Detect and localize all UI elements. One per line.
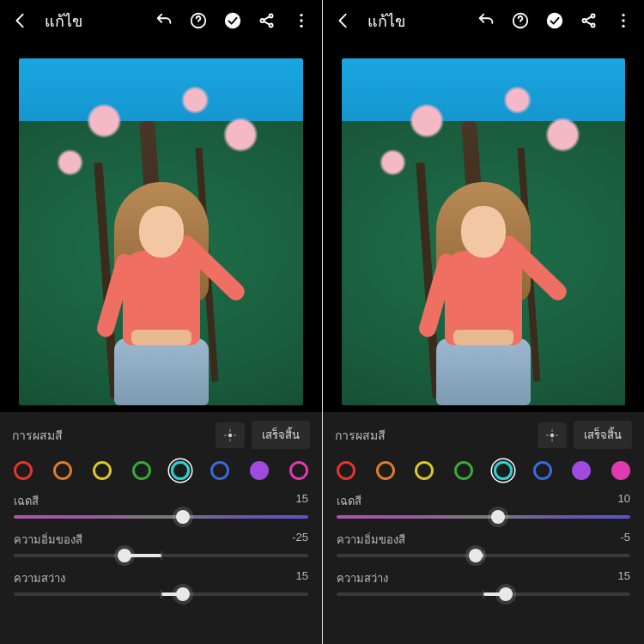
hue-value: 15 bbox=[296, 492, 308, 510]
svg-point-8 bbox=[300, 25, 302, 27]
color-swatch[interactable] bbox=[53, 461, 72, 480]
color-swatch[interactable] bbox=[210, 461, 229, 480]
sat-slider: ความอิ่มของสี -25 bbox=[14, 531, 308, 557]
sat-track[interactable] bbox=[14, 554, 308, 557]
editor-screen-left: แก้ไข การผสมสี เสร็จสิ้น เฉดสี 15 bbox=[0, 0, 322, 644]
panel-title: การผสมสี bbox=[335, 426, 531, 445]
apply-check-icon[interactable] bbox=[539, 5, 570, 36]
color-swatch[interactable] bbox=[494, 461, 513, 480]
more-icon[interactable] bbox=[286, 5, 317, 36]
help-icon[interactable] bbox=[183, 5, 214, 36]
svg-point-16 bbox=[622, 14, 624, 16]
back-icon[interactable] bbox=[328, 5, 359, 36]
color-swatch[interactable] bbox=[132, 461, 151, 480]
color-swatch[interactable] bbox=[533, 461, 552, 480]
lum-track[interactable] bbox=[337, 592, 630, 596]
lum-slider: ความสว่าง 15 bbox=[14, 569, 308, 596]
targeted-adjust-button[interactable] bbox=[216, 422, 245, 448]
done-button[interactable]: เสร็จสิ้น bbox=[252, 421, 310, 449]
back-icon[interactable] bbox=[5, 5, 36, 36]
apply-check-icon[interactable] bbox=[217, 5, 248, 36]
chevron-down-icon bbox=[84, 14, 98, 27]
more-icon[interactable] bbox=[608, 5, 639, 36]
hue-track[interactable] bbox=[14, 515, 308, 519]
color-swatch[interactable] bbox=[289, 461, 308, 480]
panel-title: การผสมสี bbox=[12, 426, 209, 445]
screen-title-dropdown[interactable]: แก้ไข bbox=[45, 9, 98, 33]
screen-title: แก้ไข bbox=[45, 9, 82, 33]
lum-track[interactable] bbox=[14, 592, 308, 596]
photo-canvas[interactable] bbox=[0, 41, 322, 412]
color-swatch[interactable] bbox=[250, 461, 269, 480]
color-swatch[interactable] bbox=[337, 461, 355, 480]
color-swatch[interactable] bbox=[14, 461, 33, 480]
lum-slider: ความสว่าง 15 bbox=[337, 569, 630, 596]
undo-icon[interactable] bbox=[471, 5, 501, 36]
color-swatch[interactable] bbox=[572, 461, 591, 480]
hue-slider: เฉดสี 10 bbox=[337, 492, 630, 519]
svg-point-1 bbox=[198, 24, 199, 25]
svg-point-12 bbox=[547, 13, 562, 28]
screen-title: แก้ไข bbox=[368, 9, 405, 33]
lum-thumb[interactable] bbox=[176, 587, 190, 601]
chevron-down-icon bbox=[407, 14, 421, 27]
sat-label: ความอิ่มของสี bbox=[14, 531, 82, 549]
color-mix-panel: การผสมสี เสร็จสิ้น เฉดสี 10 ความอิ่มของส… bbox=[323, 412, 644, 644]
photo-canvas[interactable] bbox=[323, 41, 644, 412]
svg-point-9 bbox=[228, 433, 233, 437]
hue-track[interactable] bbox=[337, 515, 630, 519]
sat-track[interactable] bbox=[337, 554, 630, 557]
svg-point-18 bbox=[622, 25, 624, 27]
share-icon[interactable] bbox=[574, 5, 605, 36]
edited-photo bbox=[342, 58, 625, 405]
color-swatch[interactable] bbox=[415, 461, 434, 480]
done-button[interactable]: เสร็จสิ้น bbox=[574, 421, 632, 449]
share-icon[interactable] bbox=[252, 5, 283, 36]
svg-point-2 bbox=[225, 13, 240, 28]
sat-thumb[interactable] bbox=[118, 549, 131, 562]
editor-screen-right: แก้ไข การผสมสี เสร็จสิ้น เฉดสี 10 bbox=[322, 0, 644, 644]
sat-value: -25 bbox=[292, 531, 308, 549]
hue-slider: เฉดสี 15 bbox=[14, 492, 308, 519]
sat-thumb[interactable] bbox=[469, 549, 483, 562]
hue-value: 10 bbox=[618, 492, 630, 510]
screen-title-dropdown[interactable]: แก้ไข bbox=[368, 9, 421, 33]
svg-point-19 bbox=[550, 433, 555, 437]
color-swatch-row bbox=[0, 456, 322, 489]
lum-value: 15 bbox=[296, 569, 308, 587]
undo-icon[interactable] bbox=[149, 5, 179, 36]
color-swatch[interactable] bbox=[454, 461, 473, 480]
hue-label: เฉดสี bbox=[14, 492, 39, 510]
color-swatch-row bbox=[323, 456, 644, 489]
svg-point-6 bbox=[300, 14, 302, 16]
color-swatch[interactable] bbox=[611, 461, 630, 480]
sat-value: -5 bbox=[620, 531, 630, 549]
hue-thumb[interactable] bbox=[176, 510, 190, 524]
svg-point-17 bbox=[622, 19, 624, 21]
color-swatch[interactable] bbox=[93, 461, 112, 480]
targeted-adjust-button[interactable] bbox=[538, 422, 567, 448]
lum-value: 15 bbox=[618, 569, 630, 587]
color-swatch[interactable] bbox=[376, 461, 395, 480]
svg-point-7 bbox=[300, 19, 302, 21]
help-icon[interactable] bbox=[505, 5, 536, 36]
hue-label: เฉดสี bbox=[337, 492, 361, 510]
lum-label: ความสว่าง bbox=[337, 569, 388, 587]
hue-thumb[interactable] bbox=[491, 510, 505, 524]
color-swatch[interactable] bbox=[171, 461, 190, 480]
edited-photo bbox=[19, 58, 303, 405]
color-mix-panel: การผสมสี เสร็จสิ้น เฉดสี 15 ความอิ่มของส… bbox=[0, 412, 322, 644]
lum-thumb[interactable] bbox=[499, 587, 513, 601]
lum-label: ความสว่าง bbox=[14, 569, 65, 587]
sat-label: ความอิ่มของสี bbox=[337, 531, 405, 549]
svg-point-11 bbox=[520, 24, 521, 25]
sat-slider: ความอิ่มของสี -5 bbox=[337, 531, 630, 557]
